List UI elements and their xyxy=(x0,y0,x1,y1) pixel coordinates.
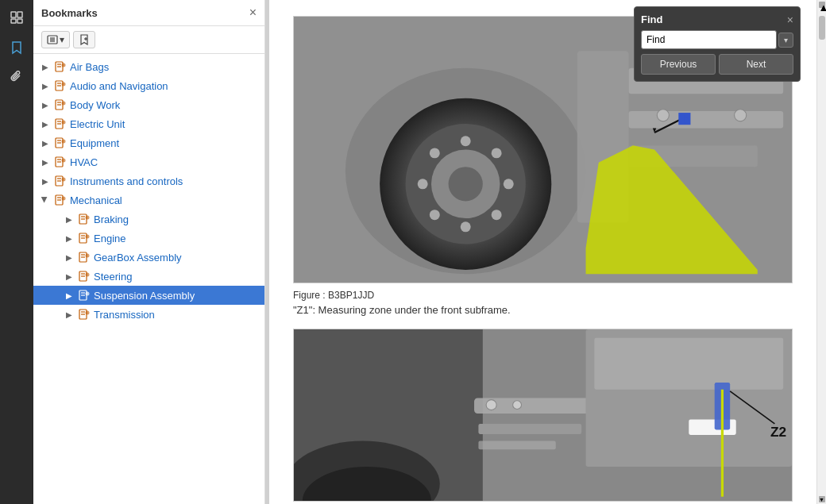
svg-point-107 xyxy=(486,400,496,410)
tree-arrow-steering: ▶ xyxy=(64,271,75,282)
sidebar-close-button[interactable]: × xyxy=(249,6,257,19)
sidebar-item-instruments[interactable]: ▶ Instruments and controls xyxy=(33,171,264,190)
doc-icon-engine xyxy=(78,232,91,244)
doc-icon-body xyxy=(54,98,67,111)
sidebar-bookmark-add-button[interactable] xyxy=(73,31,95,48)
svg-point-13 xyxy=(62,63,66,67)
sidebar-item-braking[interactable]: ▶ Braking xyxy=(33,210,264,229)
sidebar-tree: ▶ Air Bags ▶ Audio and Navigation ▶ Body… xyxy=(33,54,264,504)
sidebar-item-electric-unit[interactable]: ▶ Electric Unit xyxy=(33,114,264,133)
svg-point-74 xyxy=(418,179,428,189)
svg-point-65 xyxy=(86,311,90,315)
sidebar-title: Bookmarks xyxy=(41,7,98,19)
sidebar-item-audio-navigation[interactable]: ▶ Audio and Navigation xyxy=(33,76,264,95)
find-dialog-close-button[interactable]: × xyxy=(787,14,793,25)
tree-arrow-gearbox: ▶ xyxy=(64,252,75,263)
doc-icon-equipment xyxy=(54,137,67,149)
sidebar-item-label-instruments: Instruments and controls xyxy=(70,175,183,187)
sidebar-item-mechanical[interactable]: ▶ Mechanical xyxy=(33,190,264,210)
sidebar-item-label-electric: Electric Unit xyxy=(70,118,125,130)
toolbar-pages-icon[interactable] xyxy=(6,6,28,29)
sidebar-item-equipment[interactable]: ▶ Equipment xyxy=(33,133,264,152)
svg-point-49 xyxy=(86,235,90,239)
scroll-up-button[interactable]: ▲ xyxy=(819,2,825,8)
svg-rect-0 xyxy=(11,12,16,17)
svg-rect-82 xyxy=(629,111,784,129)
figure-1-caption: Figure : B3BP1JJD xyxy=(293,290,793,301)
sidebar-item-label-gearbox: GearBox Assembly xyxy=(94,252,182,264)
doc-icon-hvac xyxy=(54,156,67,168)
doc-icon-gearbox xyxy=(78,251,91,264)
scroll-down-button[interactable]: ▼ xyxy=(819,496,825,502)
scroll-track[interactable] xyxy=(817,8,826,496)
sidebar-item-label-mechanical: Mechanical xyxy=(70,194,122,206)
toolbar-paperclip-icon[interactable] xyxy=(6,67,28,89)
sidebar: Bookmarks × ▾ ▶ Air Ba xyxy=(33,0,265,504)
sidebar-item-engine[interactable]: ▶ Engine xyxy=(33,229,264,248)
left-toolbar xyxy=(0,0,33,504)
find-previous-button[interactable]: Previous xyxy=(641,54,716,75)
svg-point-72 xyxy=(461,136,471,146)
svg-point-90 xyxy=(735,110,747,121)
tree-arrow-suspension: ▶ xyxy=(64,290,75,301)
find-input-row: ▾ xyxy=(641,30,793,49)
sidebar-item-label-suspension: Suspension Assembly xyxy=(94,290,195,302)
tree-arrow-transmission: ▶ xyxy=(64,309,75,320)
figure-2-container: Z2 xyxy=(293,329,793,502)
find-next-button[interactable]: Next xyxy=(719,54,793,75)
svg-point-71 xyxy=(449,167,483,201)
sidebar-item-label-engine: Engine xyxy=(94,233,125,244)
tree-arrow-audio: ▶ xyxy=(40,80,51,91)
doc-icon-air-bags xyxy=(54,60,67,73)
sidebar-item-gearbox[interactable]: ▶ GearBox Assembly xyxy=(33,248,264,267)
z2-label: Z2 xyxy=(770,424,786,440)
svg-point-73 xyxy=(461,221,471,232)
svg-point-76 xyxy=(430,148,440,158)
find-dialog-title: Find xyxy=(641,13,662,25)
vertical-scrollbar[interactable]: ▲ ▼ xyxy=(816,0,826,504)
svg-rect-102 xyxy=(594,338,783,390)
sidebar-item-steering[interactable]: ▶ Steering xyxy=(33,267,264,286)
svg-point-75 xyxy=(504,179,514,189)
svg-rect-2 xyxy=(11,19,16,23)
tree-arrow-braking: ▶ xyxy=(64,214,75,225)
svg-rect-109 xyxy=(478,424,581,434)
tree-arrow-body: ▶ xyxy=(40,99,51,110)
sidebar-item-transmission[interactable]: ▶ Transmission xyxy=(33,305,264,324)
tree-arrow-instruments: ▶ xyxy=(40,175,51,187)
tree-arrow-mechanical: ▶ xyxy=(40,194,51,206)
svg-point-25 xyxy=(62,121,66,125)
figure-2-svg: Z2 xyxy=(294,329,792,501)
sidebar-item-hvac[interactable]: ▶ HVAC xyxy=(33,152,264,171)
svg-point-41 xyxy=(62,197,66,201)
find-dialog-header: Find × xyxy=(641,13,793,25)
toolbar-bookmarks-icon[interactable] xyxy=(6,37,28,59)
sidebar-item-label-equipment: Equipment xyxy=(70,137,119,149)
find-buttons: Previous Next xyxy=(641,54,793,75)
scroll-thumb[interactable] xyxy=(819,16,825,40)
find-dropdown-button[interactable]: ▾ xyxy=(778,33,793,48)
tree-arrow-hvac: ▶ xyxy=(40,156,51,167)
svg-point-108 xyxy=(513,401,522,410)
sidebar-item-air-bags[interactable]: ▶ Air Bags xyxy=(33,57,264,76)
sidebar-view-button[interactable]: ▾ xyxy=(41,31,70,48)
sidebar-item-suspension[interactable]: ▶ Suspension Assembly xyxy=(33,286,264,305)
svg-point-45 xyxy=(86,216,90,220)
sidebar-item-label-braking: Braking xyxy=(94,214,129,225)
sidebar-item-label-transmission: Transmission xyxy=(94,309,155,321)
doc-icon-audio xyxy=(54,79,67,92)
sidebar-item-body-work[interactable]: ▶ Body Work xyxy=(33,95,264,114)
svg-point-79 xyxy=(430,210,440,220)
doc-icon-electric xyxy=(54,117,67,130)
svg-rect-94 xyxy=(678,113,690,125)
doc-icon-mechanical xyxy=(54,194,67,206)
list-view-icon xyxy=(47,34,58,45)
svg-point-21 xyxy=(62,102,66,106)
sidebar-toolbar: ▾ xyxy=(33,26,264,54)
sidebar-item-label-audio: Audio and Navigation xyxy=(70,80,168,92)
svg-point-77 xyxy=(492,210,502,220)
doc-icon-instruments xyxy=(54,175,67,187)
sidebar-item-label-body: Body Work xyxy=(70,99,120,111)
sidebar-header: Bookmarks × xyxy=(33,0,264,26)
find-input[interactable] xyxy=(641,30,777,49)
